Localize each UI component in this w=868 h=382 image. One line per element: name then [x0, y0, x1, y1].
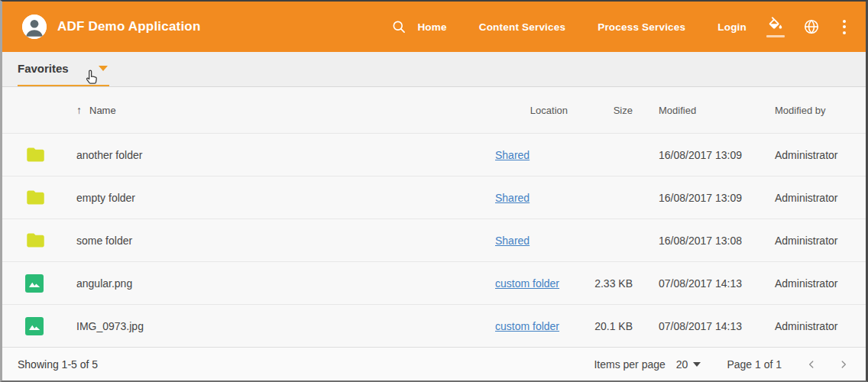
file-name: empty folder — [75, 192, 495, 204]
column-header-location[interactable]: Location — [495, 105, 568, 116]
chevron-left-icon — [806, 359, 817, 370]
pagination-bar: Showing 1-5 of 5 Items per page 20 Page … — [2, 347, 866, 380]
theme-color-fill-icon[interactable] — [766, 17, 785, 37]
chevron-down-icon — [693, 362, 701, 367]
column-header-modified[interactable]: Modified — [633, 105, 755, 116]
column-header-modified-by[interactable]: Modified by — [755, 105, 843, 116]
items-per-page-value: 20 — [676, 358, 688, 371]
table-row[interactable]: another folder Shared 16/08/2017 13:09 A… — [2, 133, 866, 176]
chevron-down-icon — [99, 66, 108, 71]
table-row[interactable]: some folder Shared 16/08/2017 13:08 Admi… — [2, 219, 866, 261]
app-header: ADF Demo Application Home Content Servic… — [2, 2, 866, 52]
file-name: some folder — [75, 235, 495, 247]
file-name: another folder — [75, 149, 495, 161]
file-name: angular.png — [75, 277, 495, 290]
showing-count: Showing 1-5 of 5 — [18, 358, 98, 371]
location-link[interactable]: Shared — [495, 192, 530, 204]
search-icon[interactable] — [391, 19, 406, 34]
modified-date: 07/08/2017 14:13 — [633, 277, 755, 290]
chevron-right-icon — [838, 359, 849, 370]
app-title: ADF Demo Application — [57, 19, 201, 34]
file-size: 2.33 KB — [568, 277, 633, 290]
sort-ascending-icon: ↑ — [76, 104, 82, 116]
table-row[interactable]: angular.png custom folder 2.33 KB 07/08/… — [2, 261, 866, 304]
modified-by: Administrator — [755, 277, 843, 290]
modified-by: Administrator — [755, 235, 843, 247]
modified-date: 16/08/2017 13:08 — [633, 235, 755, 247]
image-file-icon — [25, 274, 75, 293]
user-avatar-icon — [22, 15, 47, 39]
language-globe-icon[interactable] — [803, 18, 820, 35]
previous-page-button[interactable] — [802, 354, 821, 374]
modified-by: Administrator — [755, 192, 843, 204]
items-per-page-select[interactable]: 20 — [676, 358, 701, 371]
location-link[interactable]: Shared — [495, 235, 530, 247]
folder-icon — [25, 144, 75, 165]
modified-date: 16/08/2017 13:09 — [633, 149, 755, 161]
page-info: Page 1 of 1 — [727, 358, 782, 371]
modified-by: Administrator — [755, 320, 843, 332]
modified-date: 07/08/2017 14:13 — [633, 320, 755, 332]
image-file-icon — [25, 317, 75, 335]
favorites-dropdown[interactable]: Favorites — [18, 52, 109, 86]
favorites-label: Favorites — [18, 62, 69, 75]
header-action-icons — [766, 17, 850, 37]
nav-home[interactable]: Home — [417, 21, 446, 33]
next-page-button[interactable] — [834, 354, 853, 374]
more-vert-icon[interactable] — [838, 18, 850, 36]
nav-content-services[interactable]: Content Services — [479, 21, 566, 33]
adf-demo-window: ADF Demo Application Home Content Servic… — [0, 0, 868, 382]
table-row[interactable]: IMG_0973.jpg custom folder 20.1 KB 07/08… — [2, 304, 866, 347]
view-tab-bar: Favorites — [2, 52, 866, 87]
folder-icon — [25, 187, 75, 208]
file-name: IMG_0973.jpg — [75, 320, 495, 332]
modified-date: 16/08/2017 13:09 — [633, 192, 755, 204]
table-row[interactable]: empty folder Shared 16/08/2017 13:09 Adm… — [2, 176, 866, 219]
nav-process-services[interactable]: Process Services — [598, 21, 685, 33]
items-per-page-label: Items per page — [594, 358, 665, 371]
column-header-name[interactable]: ↑ Name — [75, 104, 495, 116]
nav-login[interactable]: Login — [717, 21, 747, 33]
file-size: 20.1 KB — [568, 320, 633, 332]
document-list: ↑ Name Location Size Modified Modified b… — [2, 87, 866, 347]
column-header-size[interactable]: Size — [568, 105, 633, 116]
location-link[interactable]: custom folder — [495, 320, 559, 332]
location-link[interactable]: custom folder — [495, 277, 559, 290]
main-nav: Home Content Services Process Services L… — [417, 21, 747, 33]
table-header-row: ↑ Name Location Size Modified Modified b… — [2, 87, 866, 133]
location-link[interactable]: Shared — [495, 149, 530, 161]
items-per-page: Items per page 20 — [594, 358, 701, 371]
modified-by: Administrator — [755, 149, 843, 161]
folder-icon — [25, 230, 75, 251]
